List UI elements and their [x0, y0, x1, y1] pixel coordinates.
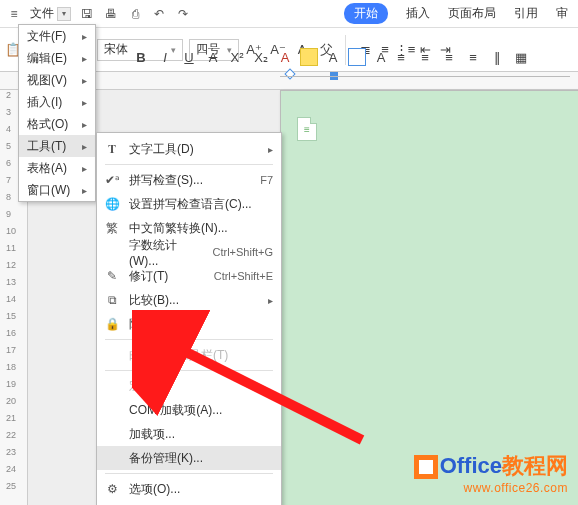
- submenu-item[interactable]: 🔒限制编辑(P): [97, 312, 281, 336]
- menu-item[interactable]: 格式(O)▸: [19, 113, 95, 135]
- print-preview-icon[interactable]: ⎙: [127, 6, 143, 22]
- menu-item[interactable]: 窗口(W)▸: [19, 179, 95, 201]
- ruler-tick: 24: [6, 464, 16, 474]
- menu-separator: [105, 370, 273, 371]
- blank-icon: [103, 377, 121, 395]
- menu-item[interactable]: 视图(V)▸: [19, 69, 95, 91]
- menu-separator: [105, 473, 273, 474]
- tools-submenu: 𝐓文字工具(D)▸✔ᵃ拼写检查(S)...F7🌐设置拼写检查语言(C)...繁中…: [96, 132, 282, 505]
- logo-url: www.office26.com: [414, 481, 568, 495]
- blank-icon: [103, 401, 121, 419]
- menu-item[interactable]: 表格(A)▸: [19, 157, 95, 179]
- menu-item[interactable]: 插入(I)▸: [19, 91, 95, 113]
- file-menu-button[interactable]: 文件 ▾: [30, 5, 71, 22]
- subscript-button[interactable]: X₂: [252, 48, 270, 66]
- file-menu-label: 文件: [30, 5, 54, 22]
- print-icon[interactable]: 🖶: [103, 6, 119, 22]
- ruler-tick: 19: [6, 379, 16, 389]
- menu-separator: [105, 339, 273, 340]
- gear-icon: ⚙: [103, 480, 121, 498]
- save-icon[interactable]: 🖫: [79, 6, 95, 22]
- convert-icon: 繁: [103, 219, 121, 237]
- ruler-tick: 7: [6, 175, 11, 185]
- submenu-item-label: 宏(M): [129, 378, 273, 395]
- spell-icon: ✔ᵃ: [103, 171, 121, 189]
- submenu-item[interactable]: 加载项...: [97, 422, 281, 446]
- submenu-item[interactable]: ⚙选项(O)...: [97, 477, 281, 501]
- align-right-icon[interactable]: ≡: [440, 48, 458, 66]
- ruler-tick: 25: [6, 481, 16, 491]
- ruler-tick: 13: [6, 277, 16, 287]
- tab-stop-icon[interactable]: [330, 72, 338, 80]
- submenu-arrow-icon: ▸: [82, 185, 87, 196]
- strike-button[interactable]: A: [204, 48, 222, 66]
- submenu-item-label: 拼写检查(S)...: [129, 172, 252, 189]
- menu-item-label: 文件(F): [27, 28, 66, 45]
- ruler-tick: 14: [6, 294, 16, 304]
- ruler-tick: 22: [6, 430, 16, 440]
- menu-separator: [105, 164, 273, 165]
- submenu-item[interactable]: ✎修订(T)Ctrl+Shift+E: [97, 264, 281, 288]
- menu-item[interactable]: 文件(F)▸: [19, 25, 95, 47]
- ruler-tick: 11: [6, 243, 16, 253]
- shortcut-label: Ctrl+Shift+E: [214, 270, 273, 282]
- ruler-tick: 2: [6, 90, 11, 100]
- document-page[interactable]: ≡: [280, 90, 578, 505]
- submenu-item-label: 修订(T): [129, 268, 206, 285]
- main-menu: 文件(F)▸编辑(E)▸视图(V)▸插入(I)▸格式(O)▸工具(T)▸表格(A…: [18, 24, 96, 202]
- submenu-arrow-icon: ▸: [82, 163, 87, 174]
- menu-item-label: 表格(A): [27, 160, 67, 177]
- submenu-arrow-icon: ▸: [82, 119, 87, 130]
- italic-button[interactable]: I: [156, 48, 174, 66]
- align-justify-icon[interactable]: ≡: [464, 48, 482, 66]
- style-button[interactable]: A: [372, 48, 390, 66]
- menu-icon[interactable]: ≡: [6, 6, 22, 22]
- font-color-button[interactable]: A: [276, 48, 294, 66]
- logo-orange: 教程网: [502, 453, 568, 478]
- submenu-item[interactable]: 𝐓文字工具(D)▸: [97, 137, 281, 161]
- submenu-item[interactable]: COM 加载项(A)...: [97, 398, 281, 422]
- superscript-button[interactable]: X²: [228, 48, 246, 66]
- blank-icon: [103, 425, 121, 443]
- document-icon: ≡: [297, 117, 317, 141]
- submenu-item[interactable]: ✔ᵃ拼写检查(S)...F7: [97, 168, 281, 192]
- submenu-item: 邮件合并工具栏(T): [97, 343, 281, 367]
- highlight-button[interactable]: [300, 48, 318, 66]
- clear-format-button[interactable]: A: [324, 48, 342, 66]
- underline-button[interactable]: U: [180, 48, 198, 66]
- ruler-tick: 23: [6, 447, 16, 457]
- shortcut-label: F7: [260, 174, 273, 186]
- border-icon[interactable]: ▦: [512, 48, 530, 66]
- align-center-icon[interactable]: ≡: [416, 48, 434, 66]
- submenu-item[interactable]: 字数统计(W)...Ctrl+Shift+G: [97, 240, 281, 264]
- tab-insert[interactable]: 插入: [406, 5, 430, 22]
- submenu-item-label: 中文简繁转换(N)...: [129, 220, 273, 237]
- ruler-tick: 20: [6, 396, 16, 406]
- blank-icon: [103, 449, 121, 467]
- redo-icon[interactable]: ↷: [175, 6, 191, 22]
- tab-review[interactable]: 审: [556, 5, 568, 22]
- tab-start[interactable]: 开始: [344, 3, 388, 24]
- align-left-icon[interactable]: ≡: [392, 48, 410, 66]
- shading-button[interactable]: [348, 48, 366, 66]
- ruler-tick: 15: [6, 311, 16, 321]
- menu-item-label: 视图(V): [27, 72, 67, 89]
- tab-layout[interactable]: 页面布局: [448, 5, 496, 22]
- submenu-item[interactable]: 备份管理(K)...: [97, 446, 281, 470]
- tab-refs[interactable]: 引用: [514, 5, 538, 22]
- menu-item-label: 工具(T): [27, 138, 66, 155]
- restrict-icon: 🔒: [103, 315, 121, 333]
- submenu-item-label: 比较(B)...: [129, 292, 260, 309]
- submenu-item[interactable]: 🌐设置拼写检查语言(C)...: [97, 192, 281, 216]
- font-name: 宋体: [104, 41, 128, 58]
- submenu-item-label: 加载项...: [129, 426, 273, 443]
- bold-button[interactable]: B: [132, 48, 150, 66]
- submenu-item[interactable]: ⧉比较(B)...▸: [97, 288, 281, 312]
- format-row: B I U A X² X₂ A A A: [132, 44, 390, 70]
- logo-blue: Office: [440, 453, 502, 478]
- lang-icon: 🌐: [103, 195, 121, 213]
- undo-icon[interactable]: ↶: [151, 6, 167, 22]
- line-spacing-icon[interactable]: ‖: [488, 48, 506, 66]
- menu-item[interactable]: 编辑(E)▸: [19, 47, 95, 69]
- menu-item[interactable]: 工具(T)▸: [19, 135, 95, 157]
